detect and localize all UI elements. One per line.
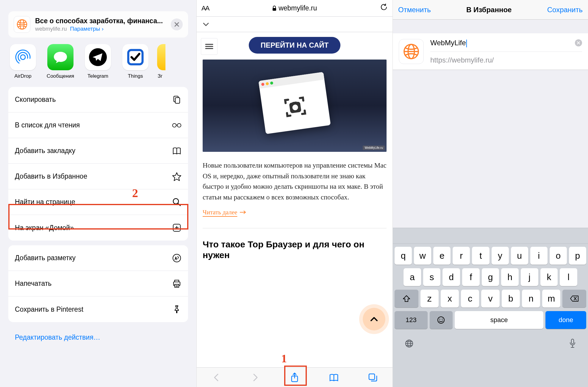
action-pinterest[interactable]: Сохранить в Pinterest xyxy=(8,297,188,322)
bookmarks-button[interactable] xyxy=(329,372,339,383)
key-shift[interactable] xyxy=(395,290,418,308)
svg-point-10 xyxy=(173,123,176,127)
key-l[interactable]: l xyxy=(560,268,577,286)
clear-icon xyxy=(577,41,580,44)
back-button[interactable] xyxy=(211,372,222,383)
key-x[interactable]: x xyxy=(441,290,459,308)
app-airdrop[interactable]: AirDrop xyxy=(4,44,42,79)
key-e[interactable]: e xyxy=(433,247,451,265)
app-messages[interactable]: Сообщения xyxy=(42,44,79,79)
url-display[interactable]: webmylife.ru xyxy=(209,4,380,12)
key-n[interactable]: n xyxy=(522,290,540,308)
key-a[interactable]: a xyxy=(404,268,421,286)
edit-actions-link[interactable]: Редактировать действия… xyxy=(8,327,188,348)
svg-rect-20 xyxy=(175,284,179,287)
key-m[interactable]: m xyxy=(542,290,560,308)
key-123[interactable]: 123 xyxy=(395,311,428,329)
key-r[interactable]: r xyxy=(453,247,470,265)
action-add-bookmark[interactable]: Добавить закладку xyxy=(8,138,188,164)
share-apps-row[interactable]: AirDrop Сообщения Telegram xyxy=(0,38,196,85)
hamburger-menu[interactable] xyxy=(201,38,218,55)
reader-chevron-bar[interactable] xyxy=(197,17,392,32)
pin-icon xyxy=(172,305,182,314)
key-space[interactable]: space xyxy=(455,311,544,329)
share-title: Все о способах заработка, финанса... xyxy=(35,17,171,25)
share-subtitle: webmylife.ru Параметры › xyxy=(35,26,171,32)
key-done[interactable]: done xyxy=(545,311,586,329)
key-s[interactable]: s xyxy=(423,268,441,286)
app-things[interactable]: Things xyxy=(117,44,154,79)
article-image: WebMyLife.ru xyxy=(203,60,387,152)
key-y[interactable]: y xyxy=(492,247,509,265)
annotation-highlight-1 xyxy=(284,366,307,386)
globe-icon[interactable] xyxy=(405,339,414,348)
key-k[interactable]: k xyxy=(540,268,558,286)
actions-group-1: Скопировать В список для чтения Добавить… xyxy=(8,87,188,241)
app-telegram[interactable]: Telegram xyxy=(79,44,117,79)
options-link[interactable]: Параметры › xyxy=(70,26,104,32)
key-d[interactable]: d xyxy=(442,268,460,286)
safari-page-panel: AA webmylife.ru ПЕРЕЙТИ НА САЙТ xyxy=(196,0,393,387)
read-more-link[interactable]: Читать далее xyxy=(203,209,387,228)
keyboard-suggestion-bar[interactable] xyxy=(393,228,588,244)
favorite-name-input[interactable]: WebMyLife xyxy=(430,39,582,52)
shift-icon xyxy=(403,295,410,302)
emoji-icon xyxy=(437,316,445,324)
key-emoji[interactable] xyxy=(430,311,453,329)
action-find-on-page[interactable]: Найти на странице xyxy=(8,189,188,215)
svg-point-17 xyxy=(173,254,181,262)
scroll-to-top-button[interactable] xyxy=(363,308,385,330)
hamburger-icon xyxy=(205,43,213,49)
backspace-icon xyxy=(570,295,579,302)
plus-square-icon xyxy=(172,223,182,232)
key-v[interactable]: v xyxy=(481,290,499,308)
key-g[interactable]: g xyxy=(482,268,499,286)
action-copy[interactable]: Скопировать xyxy=(8,87,188,113)
action-reading-list[interactable]: В список для чтения xyxy=(8,113,188,138)
forward-button[interactable] xyxy=(250,372,261,383)
key-h[interactable]: h xyxy=(501,268,519,286)
key-c[interactable]: c xyxy=(461,290,479,308)
key-q[interactable]: q xyxy=(395,247,412,265)
cta-button[interactable]: ПЕРЕЙТИ НА САЙТ xyxy=(249,37,340,54)
close-button[interactable] xyxy=(171,18,183,30)
app-more[interactable]: Зг xyxy=(154,44,166,79)
clear-button[interactable] xyxy=(575,39,582,46)
key-backspace[interactable] xyxy=(562,290,586,308)
key-i[interactable]: i xyxy=(530,247,548,265)
action-add-favorites[interactable]: Добавить в Избранное xyxy=(8,164,188,189)
reload-button[interactable] xyxy=(380,3,388,13)
image-watermark: WebMyLife.ru xyxy=(363,146,385,150)
copy-icon xyxy=(172,95,182,104)
reader-button[interactable]: AA xyxy=(201,4,209,12)
key-u[interactable]: u xyxy=(511,247,528,265)
favorite-url-input[interactable]: https://webmylife.ru/ xyxy=(430,52,582,64)
screenshot-icon xyxy=(280,92,310,122)
mic-icon[interactable] xyxy=(569,338,576,349)
svg-point-5 xyxy=(13,48,32,67)
globe-icon xyxy=(402,43,420,60)
lock-icon xyxy=(272,6,277,11)
action-markup[interactable]: Добавить разметку xyxy=(8,245,188,271)
key-p[interactable]: p xyxy=(569,247,586,265)
things-icon xyxy=(126,47,145,67)
key-b[interactable]: b xyxy=(502,290,520,308)
key-j[interactable]: j xyxy=(521,268,538,286)
keyboard-bottom-bar xyxy=(393,335,588,352)
key-w[interactable]: w xyxy=(414,247,431,265)
key-t[interactable]: t xyxy=(472,247,489,265)
tabs-button[interactable] xyxy=(368,372,378,383)
cancel-button[interactable]: Отменить xyxy=(398,6,431,14)
tabs-icon xyxy=(368,373,378,382)
add-favorite-panel: Отменить В Избранное Сохранить WebMyLife xyxy=(393,0,588,387)
action-print[interactable]: Напечатать xyxy=(8,271,188,297)
reload-icon xyxy=(380,3,388,11)
svg-point-3 xyxy=(21,55,25,60)
modal-header: Отменить В Избранное Сохранить xyxy=(393,0,588,20)
key-o[interactable]: o xyxy=(550,247,567,265)
key-z[interactable]: z xyxy=(420,290,439,308)
save-button[interactable]: Сохранить xyxy=(547,6,583,14)
key-f[interactable]: f xyxy=(462,268,480,286)
action-home-screen[interactable]: На экран «Домой» xyxy=(8,215,188,241)
address-bar[interactable]: AA webmylife.ru xyxy=(197,0,392,17)
